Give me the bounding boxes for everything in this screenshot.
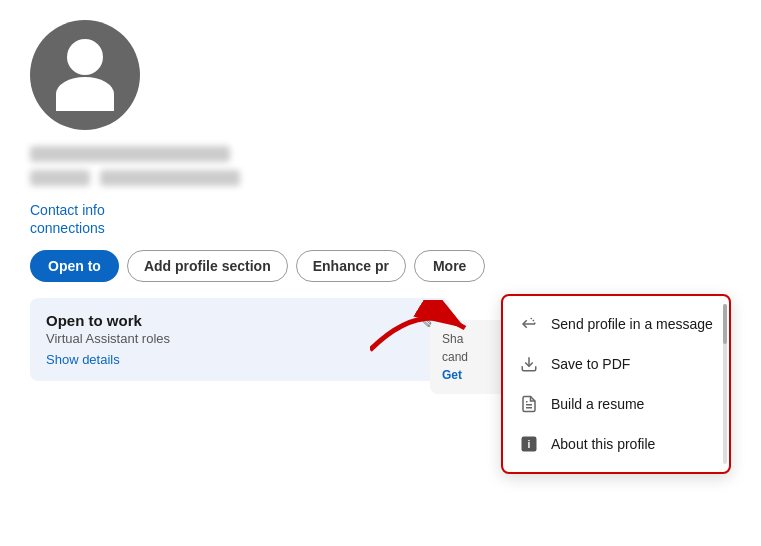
- build-resume-label: Build a resume: [551, 396, 644, 412]
- dropdown-scrollbar[interactable]: [723, 304, 727, 464]
- profile-container: Contact info connections Open to Add pro…: [0, 0, 761, 409]
- about-profile-label: About this profile: [551, 436, 655, 452]
- open-to-button[interactable]: Open to: [30, 250, 119, 282]
- info-icon: i: [519, 434, 539, 454]
- open-to-work-text: Open to work Virtual Assistant roles Sho…: [46, 312, 170, 367]
- person-silhouette-icon: [56, 39, 114, 111]
- name-blur-line-2: [30, 170, 90, 186]
- save-pdf-label: Save to PDF: [551, 356, 630, 372]
- document-icon: [519, 394, 539, 414]
- dropdown-scrollbar-thumb: [723, 304, 727, 344]
- build-resume-item[interactable]: Build a resume: [503, 384, 729, 424]
- buttons-row: Open to Add profile section Enhance pr M…: [30, 250, 731, 282]
- contact-area: Contact info connections: [30, 202, 731, 236]
- avatar: [30, 20, 140, 130]
- add-profile-section-button[interactable]: Add profile section: [127, 250, 288, 282]
- enhance-button[interactable]: Enhance pr: [296, 250, 406, 282]
- more-dropdown-menu: Send profile in a message Save to PDF: [501, 294, 731, 474]
- send-profile-item[interactable]: Send profile in a message: [503, 304, 729, 344]
- name-blur-line-1: [30, 146, 230, 162]
- name-blur-line-3: [100, 170, 240, 186]
- send-profile-label: Send profile in a message: [551, 316, 713, 332]
- show-details-link[interactable]: Show details: [46, 352, 170, 367]
- open-to-work-subtitle: Virtual Assistant roles: [46, 331, 170, 346]
- download-icon: [519, 354, 539, 374]
- send-icon: [519, 314, 539, 334]
- open-to-work-title: Open to work: [46, 312, 170, 329]
- save-pdf-item[interactable]: Save to PDF: [503, 344, 729, 384]
- connections-link[interactable]: connections: [30, 220, 731, 236]
- svg-text:i: i: [528, 438, 531, 450]
- red-arrow-icon: [370, 300, 470, 364]
- name-blurred-area: [30, 146, 731, 186]
- more-button[interactable]: More: [414, 250, 485, 282]
- avatar-area: [30, 20, 731, 130]
- about-profile-item[interactable]: i About this profile: [503, 424, 729, 464]
- contact-info-link[interactable]: Contact info: [30, 202, 731, 218]
